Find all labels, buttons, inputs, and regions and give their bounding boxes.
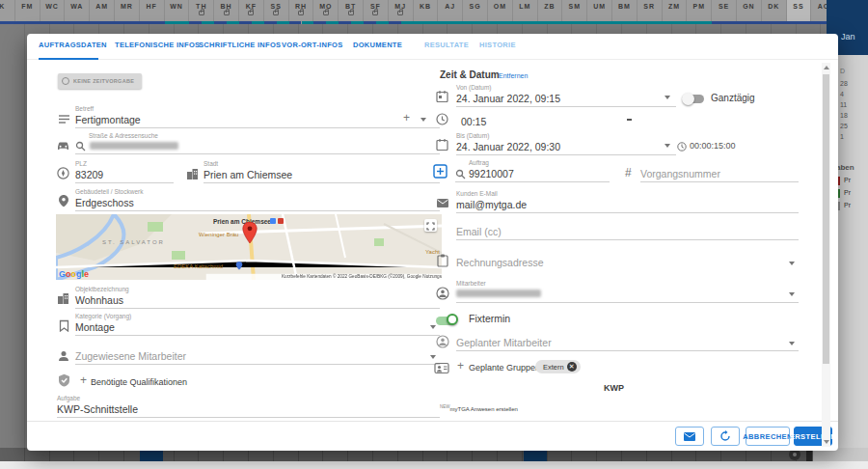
employee-status-line xyxy=(687,21,712,24)
google-map[interactable]: ST. SALVATOR Prien am Chiemsee Wieninger… xyxy=(56,214,442,280)
employee-status-line xyxy=(277,21,289,24)
chip-label: Extern xyxy=(543,363,564,372)
map-fullscreen-button[interactable] xyxy=(424,219,437,232)
employee-initials: BM xyxy=(612,3,637,10)
gebaeudeteil-label: Gebäudeteil / Stockwerk xyxy=(75,188,143,195)
add-betreff-icon[interactable]: + xyxy=(403,111,410,124)
scroll-up-icon[interactable] xyxy=(824,66,829,69)
aufgabe-value[interactable]: KWP-Schnittstelle xyxy=(57,403,138,415)
employee-status-line xyxy=(302,21,314,24)
kategorie-caret-icon[interactable] xyxy=(430,325,436,329)
page-bottom-strip xyxy=(0,461,868,469)
add-box-icon[interactable] xyxy=(433,164,448,179)
building-icon xyxy=(57,292,69,304)
mini-calendar-day[interactable]: 1 xyxy=(840,133,844,140)
kategorie-value[interactable]: Montage xyxy=(75,321,115,333)
employee-initials: SM xyxy=(562,3,586,10)
map-poi2-label: EDEKA Kaltschmid xyxy=(174,263,223,269)
search-icon xyxy=(455,169,466,179)
employee-initials: GN xyxy=(737,3,761,10)
send-email-button[interactable] xyxy=(675,427,704,446)
mini-calendar-day[interactable]: 25 xyxy=(840,123,848,129)
zugewiesene-caret-icon[interactable] xyxy=(430,355,436,359)
geplanter-mitarbeiter-caret-icon[interactable] xyxy=(789,342,795,345)
map-attribution[interactable]: Kurzbefehle Kartendaten © 2022 GeoBasis-… xyxy=(206,274,442,280)
employee-status-line xyxy=(41,21,66,24)
bis-value[interactable]: 24. Januar 2022, 09:30 xyxy=(456,141,560,152)
lock-icon xyxy=(273,11,279,15)
tab-resultate[interactable]: RESULTATE xyxy=(424,41,469,49)
qualifikationen-label[interactable]: Benötigte Qualifikationen xyxy=(91,377,187,387)
keine-zeitvorgabe-button[interactable]: KEINE ZEITVORGABE xyxy=(58,73,142,89)
add-qualifikation-icon[interactable]: + xyxy=(80,373,87,387)
ganztaegig-toggle[interactable] xyxy=(684,95,704,103)
subject-icon xyxy=(58,113,70,125)
scrollbar-thumb[interactable] xyxy=(823,74,829,364)
betreff-caret-icon[interactable] xyxy=(420,118,426,122)
tab-dokumente[interactable]: DOKUMENTE xyxy=(353,41,402,49)
employee-initials: KB xyxy=(414,3,438,10)
geplanter-mitarbeiter-field[interactable]: Geplanter Mitarbeiter xyxy=(456,337,552,348)
mini-calendar-day[interactable]: 28 xyxy=(840,80,848,87)
stadt-value[interactable]: Prien am Chiemsee xyxy=(203,169,292,180)
auftrag-value[interactable]: 99210007 xyxy=(469,168,514,179)
plz-value[interactable]: 83209 xyxy=(75,169,103,180)
add-gruppe-icon[interactable]: + xyxy=(457,359,464,372)
tab-schriftliche-infos[interactable]: SCHRIFTLICHE INFOS xyxy=(199,41,281,49)
explore-icon xyxy=(57,167,69,179)
tab-vor-ort-infos[interactable]: VOR-ORT-INFOS xyxy=(282,41,342,49)
employee-status-line xyxy=(376,21,389,24)
employee-status-line xyxy=(313,21,326,24)
keine-zeitvorgabe-label: KEINE ZEITVORGABE xyxy=(73,78,134,84)
dialog-scrollbar[interactable] xyxy=(822,63,830,447)
geplante-gruppen-label[interactable]: Geplante Gruppen xyxy=(469,363,540,372)
employee-initials: FM xyxy=(15,3,40,10)
tab-telefonische-infos[interactable]: TELEFONISCHE INFOS xyxy=(115,41,200,49)
abbrechen-button[interactable]: ABBRECHEN xyxy=(746,427,790,446)
betreff-value[interactable]: Fertigmontage xyxy=(75,114,141,125)
kunden-email-value[interactable]: mail@mytga.de xyxy=(456,199,527,210)
clock-icon xyxy=(436,113,448,125)
tab-historie[interactable]: HISTORIE xyxy=(479,41,516,49)
employee-status-line xyxy=(227,21,239,24)
chip-remove-icon[interactable]: ✕ xyxy=(567,362,577,372)
lock-icon xyxy=(298,11,304,15)
mini-calendar-day[interactable]: 18 xyxy=(840,112,848,119)
mitarbeiter-value-redacted[interactable] xyxy=(456,290,541,297)
betreff-label: Betreff xyxy=(75,105,94,112)
mini-calendar-day[interactable]: 11 xyxy=(840,101,847,108)
entfernen-link[interactable]: Entfernen xyxy=(499,72,528,79)
tab-auftragsdaten[interactable]: AUFTRAGSDATEN xyxy=(39,41,107,49)
gruppe-chip-extern[interactable]: Extern ✕ xyxy=(535,360,581,373)
von-caret-icon[interactable] xyxy=(665,96,670,99)
zugewiesene-mitarbeiter-field[interactable]: Zugewiesene Mitarbeiter xyxy=(75,350,186,362)
vorgangsnummer-field[interactable]: Vorgangsnummer xyxy=(640,168,720,179)
route-badge xyxy=(278,218,284,224)
employee-initials: SR xyxy=(637,3,662,10)
bis-caret-icon[interactable] xyxy=(665,144,670,148)
scroll-down-icon[interactable] xyxy=(824,440,829,444)
lock-icon xyxy=(248,11,254,15)
employee-status-line xyxy=(712,21,737,24)
rechnungsadresse-caret-icon[interactable] xyxy=(789,262,795,265)
month-label: Jan xyxy=(841,32,855,41)
fixtermin-toggle[interactable] xyxy=(436,317,456,325)
time-value[interactable]: 00:15 xyxy=(461,116,486,127)
objekt-value[interactable]: Wohnhaus xyxy=(75,294,123,306)
mail-icon xyxy=(683,431,696,442)
strasse-value-redacted[interactable] xyxy=(90,142,178,150)
rechnungsadresse-field[interactable]: Rechnungsadresse xyxy=(456,257,543,268)
sync-button[interactable] xyxy=(711,427,740,446)
employee-status-line xyxy=(339,21,351,24)
mytga-anwesen-link[interactable]: NEWmyTGA Anwesen erstellen xyxy=(440,404,518,412)
von-value[interactable]: 24. Januar 2022, 09:15 xyxy=(456,93,560,104)
employee-status-line xyxy=(90,21,115,24)
employee-status-line xyxy=(214,21,227,24)
employee-initials: HF xyxy=(140,3,164,10)
time-stepper-icon[interactable] xyxy=(627,119,632,121)
mini-calendar-day[interactable]: 4 xyxy=(840,91,844,97)
mitarbeiter-caret-icon[interactable] xyxy=(789,292,795,296)
employee-status-line xyxy=(239,21,252,24)
gebaeudeteil-value[interactable]: Erdgeschoss xyxy=(75,197,134,208)
email-cc-field[interactable]: Email (cc) xyxy=(456,226,502,237)
